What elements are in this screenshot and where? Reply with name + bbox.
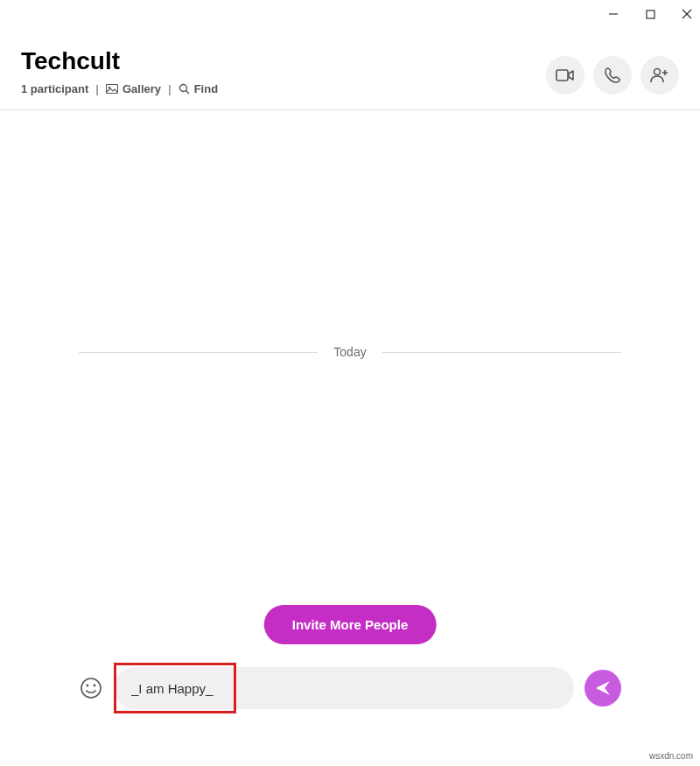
svg-rect-4: [106, 85, 117, 94]
send-icon: [594, 679, 612, 697]
send-button[interactable]: [584, 670, 621, 706]
audio-call-button[interactable]: [593, 56, 632, 95]
find-link[interactable]: Find: [178, 82, 218, 95]
minimize-button[interactable]: [607, 8, 620, 20]
svg-point-6: [179, 85, 186, 92]
message-input-wrap: [114, 667, 574, 709]
header-meta: 1 participant | Gallery | Find: [21, 82, 218, 95]
svg-point-13: [87, 685, 89, 687]
meta-separator: |: [95, 82, 99, 95]
gallery-link[interactable]: Gallery: [106, 82, 161, 95]
emoji-picker-button[interactable]: [79, 676, 103, 700]
search-icon: [178, 83, 190, 95]
video-call-button[interactable]: [546, 56, 584, 95]
maximize-button[interactable]: [644, 8, 656, 20]
find-label: Find: [194, 82, 218, 95]
chat-body: Today Invite More People: [0, 110, 700, 662]
invite-more-people-button[interactable]: Invite More People: [264, 605, 437, 644]
phone-icon: [604, 67, 621, 84]
header-left: Techcult 1 participant | Gallery | Find: [21, 47, 218, 95]
minimize-icon: [608, 9, 619, 19]
participant-count-label: 1 participant: [21, 82, 88, 95]
participant-count[interactable]: 1 participant: [21, 82, 88, 95]
maximize-icon: [646, 10, 655, 19]
svg-point-12: [81, 678, 101, 698]
svg-line-7: [186, 91, 189, 95]
close-icon: [682, 9, 692, 19]
window-controls: [0, 0, 700, 28]
divider-line: [79, 352, 318, 353]
gallery-icon: [106, 84, 118, 94]
meta-separator: |: [168, 82, 172, 95]
add-participant-button[interactable]: [640, 56, 679, 95]
smiley-icon: [80, 677, 102, 699]
chat-title: Techcult: [21, 47, 218, 75]
svg-point-9: [654, 69, 661, 75]
divider-line: [382, 352, 621, 353]
gallery-label: Gallery: [122, 82, 161, 95]
date-label: Today: [318, 345, 382, 359]
watermark: wsxdn.com: [649, 751, 693, 761]
video-icon: [556, 68, 575, 82]
svg-rect-1: [647, 11, 654, 18]
date-divider: Today: [0, 345, 700, 359]
message-input-row: [0, 662, 700, 709]
message-input[interactable]: [114, 667, 574, 709]
add-person-icon: [650, 67, 669, 84]
header-actions: [546, 56, 679, 95]
svg-point-14: [94, 685, 96, 687]
chat-header: Techcult 1 participant | Gallery | Find: [0, 28, 700, 110]
close-button[interactable]: [681, 8, 693, 20]
svg-rect-8: [556, 70, 568, 81]
